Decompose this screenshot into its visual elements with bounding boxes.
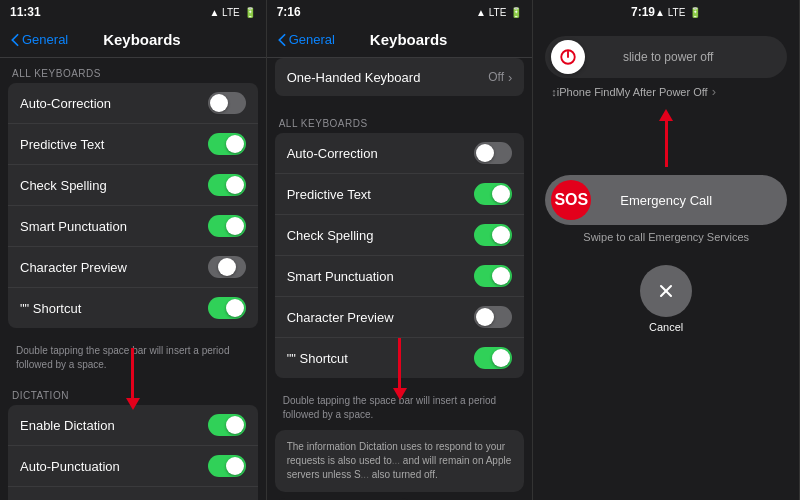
row-auto-correction-2[interactable]: Auto-Correction [275, 133, 525, 174]
settings-group-keyboards-1: Auto-Correction Predictive Text Check Sp… [8, 83, 258, 328]
battery-icon-3: 🔋 [689, 7, 701, 18]
status-icons-1: ▲ LTE 🔋 [209, 7, 255, 18]
power-slider-label: slide to power off [585, 50, 781, 64]
toggle-auto-correction-2[interactable] [474, 142, 512, 164]
settings-scroll-1[interactable]: ALL KEYBOARDS Auto-Correction Predictive… [0, 58, 266, 500]
toggle-enable-dictation-1[interactable] [208, 414, 246, 436]
row-character-preview-2[interactable]: Character Preview [275, 297, 525, 338]
status-icons-3: ▲ LTE 🔋 [655, 7, 701, 18]
toggle-predictive-text-1[interactable] [208, 133, 246, 155]
value-one-handed: Off [488, 70, 504, 84]
chevron-find-my: › [712, 84, 716, 99]
toggle-character-preview-2[interactable] [474, 306, 512, 328]
row-dictation-languages-1[interactable]: Dictation Languages › [8, 487, 258, 500]
toggle-check-spelling-1[interactable] [208, 174, 246, 196]
nav-bar-2: General Keyboards [267, 22, 533, 58]
cancel-x-icon [656, 281, 676, 301]
power-slider-track[interactable]: slide to power off [545, 36, 787, 78]
row-shortcut-1[interactable]: "" Shortcut [8, 288, 258, 328]
row-check-spelling-1[interactable]: Check Spelling [8, 165, 258, 206]
status-bar-3: 7:19 ▲ LTE 🔋 [621, 0, 711, 22]
label-shortcut-1: "" Shortcut [20, 301, 208, 316]
section-header-dictation-1: DICTATION [0, 380, 266, 405]
row-character-preview-1[interactable]: Character Preview [8, 247, 258, 288]
label-smart-punctuation-1: Smart Punctuation [20, 219, 208, 234]
cancel-section: Cancel [640, 257, 692, 333]
toggle-smart-punctuation-2[interactable] [474, 265, 512, 287]
nav-bar-1: General Keyboards [0, 22, 266, 58]
row-smart-punctuation-2[interactable]: Smart Punctuation [275, 256, 525, 297]
toggle-predictive-text-2[interactable] [474, 183, 512, 205]
power-thumb [551, 40, 585, 74]
label-auto-correction-1: Auto-Correction [20, 96, 208, 111]
signal-icon-3: ▲ LTE [655, 7, 685, 18]
label-shortcut-2: "" Shortcut [287, 351, 475, 366]
settings-group-dictation-1: Enable Dictation Auto-Punctuation Dictat… [8, 405, 258, 500]
row-check-spelling-2[interactable]: Check Spelling [275, 215, 525, 256]
toggle-shortcut-1[interactable] [208, 297, 246, 319]
label-smart-punctuation-2: Smart Punctuation [287, 269, 475, 284]
dictation-modal: The information Dictation uses to respon… [275, 430, 525, 492]
footer-text-1: Double tapping the space bar will insert… [0, 340, 266, 380]
label-auto-correction-2: Auto-Correction [287, 146, 475, 161]
label-predictive-text-2: Predictive Text [287, 187, 475, 202]
time-1: 11:31 [10, 5, 41, 19]
panel-keyboards-1: 11:31 ▲ LTE 🔋 General Keyboards ALL KEYB… [0, 0, 267, 500]
swipe-hint-text: Swipe to call Emergency Services [583, 231, 749, 243]
panel-emergency: 7:19 ▲ LTE 🔋 slide to power off ↕ iPhone… [533, 0, 800, 500]
signal-icon-2: ▲ LTE [476, 7, 506, 18]
power-icon [559, 48, 577, 66]
power-slider-row[interactable]: slide to power off [533, 36, 799, 78]
time-3: 7:19 [631, 5, 655, 19]
sos-slider-track[interactable]: SOS Emergency Call [545, 175, 787, 225]
label-one-handed-keyboard: One-Handed Keyboard [287, 70, 489, 85]
label-check-spelling-1: Check Spelling [20, 178, 208, 193]
settings-group-onehanded: One-Handed Keyboard Off › [275, 58, 525, 96]
chevron-one-handed: › [508, 70, 512, 85]
page-title-1: Keyboards [28, 31, 255, 48]
row-predictive-text-1[interactable]: Predictive Text [8, 124, 258, 165]
row-predictive-text-2[interactable]: Predictive Text [275, 174, 525, 215]
arrow-up-line [665, 121, 668, 167]
find-my-text: iPhone FindMy After Power Off [557, 86, 708, 98]
row-shortcut-2[interactable]: "" Shortcut [275, 338, 525, 378]
toggle-auto-correction-1[interactable] [208, 92, 246, 114]
settings-group-keyboards-2: Auto-Correction Predictive Text Check Sp… [275, 133, 525, 378]
battery-icon-2: 🔋 [510, 7, 522, 18]
status-bar-1: 11:31 ▲ LTE 🔋 [0, 0, 266, 22]
toggle-auto-punctuation-1[interactable] [208, 455, 246, 477]
sos-label: Emergency Call [591, 193, 781, 208]
footer-space-bar-2: Double tapping the space bar will insert… [267, 390, 533, 430]
red-up-arrow [659, 109, 673, 167]
cancel-circle-button[interactable] [640, 265, 692, 317]
section-header-all-keyboards-1: ALL KEYBOARDS [0, 58, 266, 83]
sos-thumb: SOS [551, 180, 591, 220]
label-character-preview-1: Character Preview [20, 260, 208, 275]
label-character-preview-2: Character Preview [287, 310, 475, 325]
settings-scroll-2[interactable]: One-Handed Keyboard Off › ALL KEYBOARDS … [267, 58, 533, 500]
find-my-row[interactable]: ↕ iPhone FindMy After Power Off › [533, 78, 799, 105]
arrow-up-head [659, 109, 673, 121]
label-check-spelling-2: Check Spelling [287, 228, 475, 243]
signal-icon-1: ▲ LTE [209, 7, 239, 18]
label-auto-punctuation-1: Auto-Punctuation [20, 459, 208, 474]
status-bar-2: 7:16 ▲ LTE 🔋 [267, 0, 533, 22]
toggle-shortcut-2[interactable] [474, 347, 512, 369]
row-auto-correction-1[interactable]: Auto-Correction [8, 83, 258, 124]
sos-slider-row[interactable]: SOS Emergency Call [533, 175, 799, 225]
page-title-2: Keyboards [295, 31, 522, 48]
cancel-label-text: Cancel [649, 321, 683, 333]
toggle-smart-punctuation-1[interactable] [208, 215, 246, 237]
row-one-handed-keyboard[interactable]: One-Handed Keyboard Off › [275, 58, 525, 96]
row-auto-punctuation-1[interactable]: Auto-Punctuation [8, 446, 258, 487]
battery-icon-1: 🔋 [244, 7, 256, 18]
time-2: 7:16 [277, 5, 301, 19]
modal-info-text: The information Dictation uses to respon… [287, 440, 513, 482]
status-icons-2: ▲ LTE 🔋 [476, 7, 522, 18]
label-predictive-text-1: Predictive Text [20, 137, 208, 152]
row-enable-dictation-1[interactable]: Enable Dictation [8, 405, 258, 446]
row-smart-punctuation-1[interactable]: Smart Punctuation [8, 206, 258, 247]
toggle-character-preview-1[interactable] [208, 256, 246, 278]
toggle-check-spelling-2[interactable] [474, 224, 512, 246]
panel-keyboards-2: 7:16 ▲ LTE 🔋 General Keyboards One-Hande… [267, 0, 534, 500]
